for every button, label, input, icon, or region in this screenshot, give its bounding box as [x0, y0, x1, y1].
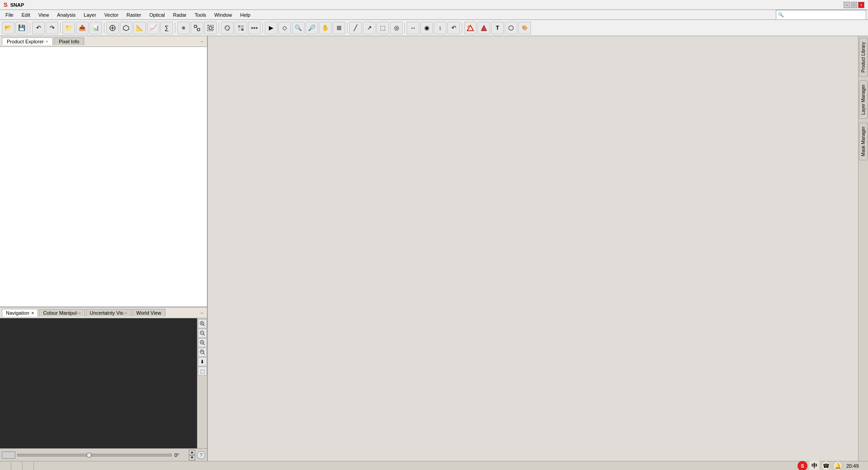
- toolbar-sep-6: [263, 23, 263, 33]
- pan2-tool[interactable]: ↔: [407, 22, 419, 34]
- reproject-button[interactable]: [191, 22, 203, 34]
- main-layout: Product Explorer × Pixel Info − Navigati…: [0, 36, 868, 461]
- nav-slider-thumb[interactable]: [87, 453, 91, 457]
- more-button[interactable]: [248, 22, 261, 34]
- main-canvas-area[interactable]: [208, 36, 858, 461]
- nav-zoom-text-box[interactable]: [2, 451, 15, 459]
- zoom-out-tool[interactable]: 🔎: [305, 22, 318, 34]
- svg-marker-24: [481, 25, 487, 31]
- nav-rotation-slider[interactable]: [17, 454, 172, 456]
- zoom-all-tool[interactable]: ⊞: [333, 22, 345, 34]
- tab-uncertainty-visualisation[interactable]: Uncertainty Vis···: [86, 309, 131, 316]
- menu-tools[interactable]: Tools: [191, 11, 210, 19]
- nav-sync-button[interactable]: ⬇: [198, 357, 207, 366]
- toolbar-sep-8: [404, 23, 405, 33]
- circle-tool[interactable]: [505, 22, 517, 34]
- title-bar-controls[interactable]: − □ ×: [844, 2, 864, 8]
- nav-canvas[interactable]: [0, 318, 197, 448]
- band-maths-button[interactable]: [235, 22, 247, 34]
- polygon-button[interactable]: [120, 22, 132, 34]
- nav-angle-spinbox[interactable]: ▲ ▼: [189, 450, 195, 461]
- back-tool[interactable]: ↶: [447, 22, 460, 34]
- svg-rect-10: [209, 27, 212, 29]
- nav-angle-value: 0°: [174, 452, 187, 458]
- menu-help[interactable]: Help: [236, 11, 254, 19]
- close-product-explorer-icon[interactable]: ×: [46, 39, 48, 44]
- nav-tab-bar: Navigation × Colour Manipul··· Uncertain…: [0, 307, 207, 318]
- svg-point-13: [228, 28, 230, 30]
- mosaic-button[interactable]: ⊕: [177, 22, 190, 34]
- sidebar-product-library[interactable]: Product Library: [859, 38, 868, 77]
- menu-optical[interactable]: Optical: [145, 11, 168, 19]
- svg-point-36: [200, 350, 204, 354]
- select-tool[interactable]: ▶: [265, 22, 277, 34]
- search-input[interactable]: [784, 12, 856, 18]
- chart-button[interactable]: 📊: [89, 22, 102, 34]
- export-button[interactable]: 📤: [76, 22, 89, 34]
- menu-edit[interactable]: Edit: [18, 11, 34, 19]
- nav-zoom-in-button[interactable]: [198, 319, 207, 328]
- top-panel-minimize-button[interactable]: −: [199, 38, 205, 45]
- import-button[interactable]: 📁: [62, 22, 75, 34]
- menu-vector[interactable]: Vector: [101, 11, 122, 19]
- orbit-tool[interactable]: ◎: [390, 22, 403, 34]
- tray-snap-icon[interactable]: S: [798, 461, 807, 470]
- subset-button[interactable]: [204, 22, 217, 34]
- product-explorer-panel: Product Explorer × Pixel Info −: [0, 36, 207, 307]
- tab-product-explorer[interactable]: Product Explorer ×: [2, 37, 53, 45]
- close-button[interactable]: ×: [858, 2, 864, 8]
- tray-chinese-icon[interactable]: 中: [809, 461, 819, 470]
- tab-world-view[interactable]: World View: [132, 309, 165, 316]
- pin-tool[interactable]: ◇: [278, 22, 291, 34]
- sidebar-mask-manager[interactable]: Mask Manager: [859, 122, 868, 160]
- menu-view[interactable]: View: [35, 11, 53, 19]
- nav-zoom-reset-button[interactable]: [198, 348, 207, 357]
- nav-help-button[interactable]: ?: [197, 451, 205, 459]
- cluster-button[interactable]: [221, 22, 234, 34]
- tab-navigation[interactable]: Navigation ×: [2, 309, 38, 316]
- color-tool[interactable]: [464, 22, 477, 34]
- close-navigation-icon[interactable]: ×: [31, 310, 34, 316]
- draw-arrow-tool[interactable]: ↗: [363, 22, 375, 34]
- nav-frame-button[interactable]: ⬚: [198, 367, 207, 376]
- tray-phone-icon[interactable]: ☎: [821, 461, 831, 470]
- menu-analysis[interactable]: Analysis: [53, 11, 79, 19]
- tray-bell-icon[interactable]: 🔔: [833, 461, 843, 470]
- target-tool[interactable]: ◉: [420, 22, 433, 34]
- sum-button[interactable]: ∑: [160, 22, 173, 34]
- measure-button[interactable]: 📐: [133, 22, 146, 34]
- text-tool[interactable]: T: [491, 22, 504, 34]
- snap-button[interactable]: [106, 22, 119, 34]
- palette-tool[interactable]: 🎨: [518, 22, 531, 34]
- redo-button[interactable]: ↷: [46, 22, 58, 34]
- zoom-in-tool[interactable]: 🔍: [292, 22, 305, 34]
- maximize-button[interactable]: □: [851, 2, 857, 8]
- open-button[interactable]: 📂: [2, 22, 14, 34]
- menu-layer[interactable]: Layer: [80, 11, 100, 19]
- minimize-button[interactable]: −: [844, 2, 850, 8]
- tab-pixel-info[interactable]: Pixel Info: [54, 37, 84, 45]
- menu-radar[interactable]: Radar: [169, 11, 190, 19]
- sidebar-layer-manager[interactable]: Layer Manager: [859, 80, 868, 119]
- nav-zoom-fit-button[interactable]: [198, 338, 207, 347]
- spectral-button[interactable]: 📈: [147, 22, 160, 34]
- svg-point-21: [256, 27, 258, 29]
- triangle-tool[interactable]: [478, 22, 490, 34]
- menu-window[interactable]: Window: [211, 11, 235, 19]
- pan-tool[interactable]: ✋: [319, 22, 332, 34]
- svg-point-20: [253, 27, 255, 29]
- nav-zoom-out-button[interactable]: [198, 329, 207, 338]
- menu-raster[interactable]: Raster: [123, 11, 145, 19]
- undo-button[interactable]: ↶: [32, 22, 45, 34]
- bottom-panel-minimize-button[interactable]: −: [199, 309, 205, 316]
- search-field[interactable]: 🔍: [776, 10, 866, 20]
- tab-colour-manipulation[interactable]: Colour Manipul···: [39, 309, 84, 316]
- svg-rect-18: [241, 28, 244, 31]
- nav-angle-down-button[interactable]: ▼: [189, 455, 195, 461]
- draw-line-tool[interactable]: ╱: [349, 22, 362, 34]
- save-button[interactable]: 💾: [15, 22, 28, 34]
- nav-angle-up-button[interactable]: ▲: [189, 450, 195, 455]
- menu-file[interactable]: File: [2, 11, 17, 19]
- sync-tool[interactable]: ↕: [434, 22, 446, 34]
- draw-rect-tool[interactable]: ⬚: [376, 22, 389, 34]
